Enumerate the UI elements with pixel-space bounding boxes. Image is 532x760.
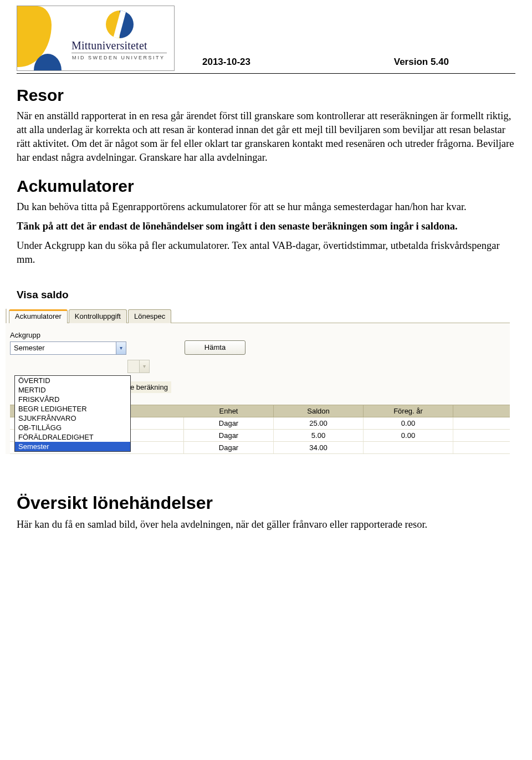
paragraph-ack-3: Under Ackgrupp kan du söka på fler ackum… — [17, 239, 515, 267]
page-header: Mittuniversitetet MID SWEDEN UNIVERSITY … — [17, 6, 515, 74]
cell-foreg-ar: 0.00 — [364, 430, 453, 441]
tab-ackumulatorer[interactable]: Ackumulatorer — [9, 309, 68, 323]
col-header-enhet: Enhet — [184, 405, 274, 417]
paragraph-resor: När en anställd rapporterat in en resa g… — [17, 109, 515, 165]
chevron-down-icon: ▾ — [116, 342, 126, 354]
logo-name: Mittuniversitetet — [71, 39, 147, 52]
paragraph-ack-2: Tänk på att det är endast de lönehändels… — [17, 220, 515, 233]
paragraph-oversikt: Här kan du få en samlad bild, över hela … — [17, 518, 515, 532]
option-sjukfranvaro[interactable]: SJUKFRÅNVARO — [15, 414, 130, 423]
doc-version: Version 5.40 — [394, 57, 449, 68]
cell-saldon: 5.00 — [274, 430, 364, 441]
tab-kontrolluppgift[interactable]: Kontrolluppgift — [69, 309, 127, 323]
heading-ackumulatorer: Ackumulatorer — [17, 177, 515, 196]
cell-foreg-ar: 0.00 — [364, 417, 453, 429]
doc-date: 2013-10-23 — [202, 57, 250, 68]
heading-resor: Resor — [17, 86, 515, 105]
paragraph-ack-1: Du kan behöva titta på Egenrapportörens … — [17, 200, 515, 214]
col-header-foreg-ar: Föreg. år — [364, 405, 453, 417]
option-friskvard[interactable]: FRISKVÅRD — [15, 395, 130, 404]
ackgrupp-select-value: Semester — [14, 344, 45, 352]
cell-enhet: Dagar — [184, 417, 274, 429]
subheading-visa-saldo: Visa saldo — [17, 289, 515, 301]
option-begr-ledigheter[interactable]: BEGR LEDIGHETER — [15, 404, 130, 414]
logo-subtitle: MID SWEDEN UNIVERSITY — [72, 55, 165, 60]
cell-foreg-ar — [364, 442, 453, 453]
ackgrupp-select[interactable]: Semester ▾ — [10, 341, 126, 355]
hamta-button[interactable]: Hämta — [185, 340, 245, 355]
embedded-ui: Ackumulatorer Kontrolluppgift Lönespec A… — [6, 309, 510, 454]
tab-bar: Ackumulatorer Kontrolluppgift Lönespec — [9, 309, 510, 323]
option-semester[interactable]: Semester — [15, 442, 130, 451]
label-ackgrupp: Ackgrupp — [10, 331, 510, 339]
tab-lonespec[interactable]: Lönespec — [128, 309, 171, 323]
cell-enhet: Dagar — [184, 430, 274, 441]
option-overtid[interactable]: ÖVERTID — [15, 376, 130, 385]
logo: Mittuniversitetet MID SWEDEN UNIVERSITY — [17, 6, 175, 71]
option-foraldraledighet[interactable]: FÖRÄLDRALEDIGHET — [15, 432, 130, 442]
option-ob-tillagg[interactable]: OB-TILLÄGG — [15, 423, 130, 432]
cell-saldon: 34.00 — [274, 442, 364, 453]
cell-saldon: 25.00 — [274, 417, 364, 429]
col-header-saldon: Saldon — [274, 405, 364, 417]
heading-oversikt: Översikt lönehändelser — [17, 493, 515, 513]
cell-enhet: Dagar — [184, 442, 274, 453]
option-mertid[interactable]: MERTID — [15, 385, 130, 395]
ackgrupp-options-list[interactable]: ÖVERTID MERTID FRISKVÅRD BEGR LEDIGHETER… — [14, 375, 131, 452]
